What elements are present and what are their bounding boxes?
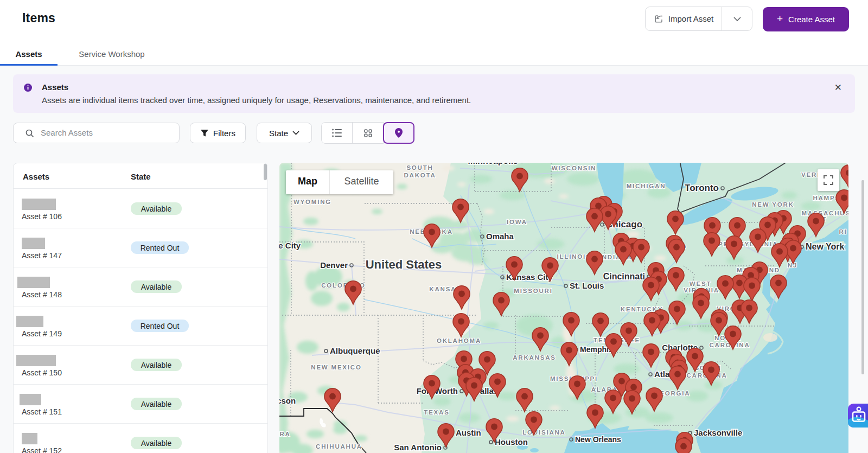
- svg-text:WYOMING: WYOMING: [293, 199, 331, 205]
- svg-text:NEW MEXICO: NEW MEXICO: [311, 364, 361, 371]
- svg-text:WEST: WEST: [690, 280, 711, 287]
- svg-text:CHIHUAHUA: CHIHUAHUA: [316, 443, 362, 450]
- svg-text:RI: RI: [839, 228, 847, 235]
- svg-text:Omaha: Omaha: [486, 232, 514, 241]
- svg-text:San Antonio: San Antonio: [394, 443, 442, 452]
- svg-text:WISCONSIN: WISCONSIN: [552, 165, 597, 171]
- svg-text:Jacksonville: Jacksonville: [694, 428, 742, 437]
- svg-text:New Orleans: New Orleans: [575, 435, 621, 444]
- svg-text:TEXAS: TEXAS: [424, 409, 449, 416]
- svg-text:SOUTH: SOUTH: [406, 164, 433, 171]
- svg-text:OKLAHOMA: OKLAHOMA: [437, 337, 481, 344]
- svg-text:Albuquerque: Albuquerque: [330, 346, 380, 355]
- svg-text:Toronto: Toronto: [685, 183, 719, 193]
- svg-text:ILLINOIS: ILLINOIS: [557, 253, 591, 260]
- svg-text:New York: New York: [806, 242, 845, 251]
- svg-text:Houston: Houston: [495, 437, 528, 446]
- svg-text:DAKOTA: DAKOTA: [404, 172, 436, 178]
- svg-text:Austin: Austin: [456, 428, 481, 437]
- svg-text:Denver: Denver: [320, 260, 348, 270]
- svg-text:NEW YORK: NEW YORK: [752, 201, 794, 208]
- svg-text:SONORA: SONORA: [279, 431, 291, 437]
- svg-text:MICHIGAN: MICHIGAN: [627, 183, 666, 189]
- svg-text:MISSOURI: MISSOURI: [514, 288, 552, 294]
- svg-text:United States: United States: [366, 258, 442, 271]
- svg-text:ucson: ucson: [279, 396, 296, 405]
- svg-text:St. Louis: St. Louis: [570, 281, 604, 290]
- svg-text:Cincinnati: Cincinnati: [603, 272, 645, 281]
- svg-text:LOUISIANA: LOUISIANA: [522, 429, 565, 436]
- svg-text:IOWA: IOWA: [507, 219, 527, 225]
- svg-text:ARKANSAS: ARKANSAS: [513, 354, 556, 361]
- svg-text:Minneapolis: Minneapolis: [468, 163, 519, 165]
- svg-text:ke City: ke City: [279, 241, 301, 250]
